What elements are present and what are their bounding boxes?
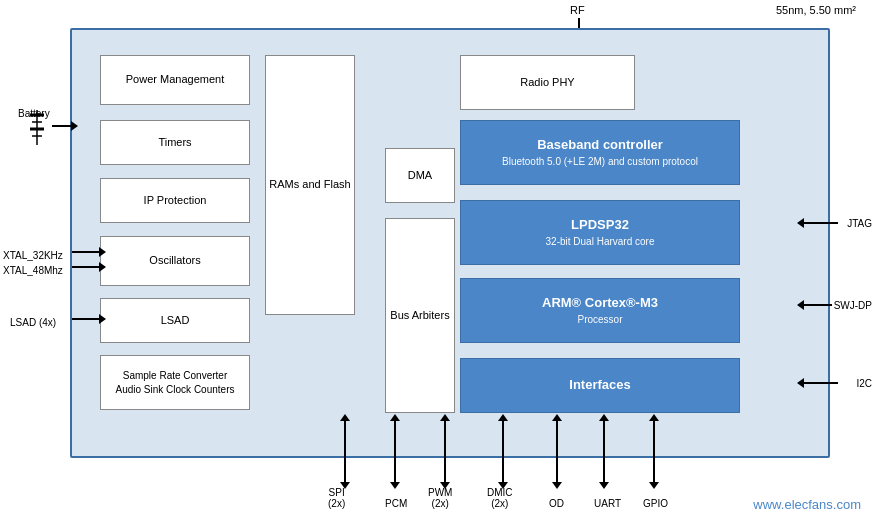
uart-arrow <box>603 458 605 483</box>
lsad-label: LSAD (4x) <box>10 316 56 328</box>
baseband-title: Baseband controller <box>537 136 663 154</box>
od-up-arrow <box>556 420 558 458</box>
swjdp-arrow <box>803 304 832 306</box>
pwm-arrow <box>444 458 446 483</box>
sample-rate-block: Sample Rate Converter Audio Sink Clock C… <box>100 355 250 410</box>
pcm-label: PCM <box>385 498 407 509</box>
bus-arbiters-block: Bus Arbiters <box>385 218 455 413</box>
spi-arrow <box>344 458 346 483</box>
i2c-label: I2C <box>856 378 872 389</box>
pwm-label: PWM(2x) <box>428 487 452 509</box>
spi-label: SPI(2x) <box>328 487 345 509</box>
pcm-up-arrow <box>394 420 396 458</box>
interfaces-block: Interfaces <box>460 358 740 413</box>
interfaces-title: Interfaces <box>569 376 630 394</box>
gpio-up-arrow <box>653 420 655 458</box>
battery-label: Battery <box>18 108 50 119</box>
ip-protection-block: IP Protection <box>100 178 250 223</box>
arm-subtitle: Processor <box>577 313 622 327</box>
baseband-subtitle: Bluetooth 5.0 (+LE 2M) and custom protoc… <box>502 155 698 169</box>
xtal-48-arrow <box>72 266 100 268</box>
uart-up-arrow <box>603 420 605 458</box>
rams-flash-block: RAMs and Flash <box>265 55 355 315</box>
watermark: www.elecfans.com <box>753 497 861 512</box>
gpio-arrow <box>653 458 655 483</box>
i2c-arrow <box>803 382 838 384</box>
arm-cortex-block: ARM® Cortex®-M3 Processor <box>460 278 740 343</box>
xtal-32-label: XTAL_32KHz <box>3 249 63 261</box>
swjdp-label: SWJ-DP <box>834 300 872 311</box>
battery-arrow <box>52 125 72 127</box>
jtag-label: JTAG <box>847 218 872 229</box>
spec-label: 55nm, 5.50 mm² <box>776 4 856 16</box>
dmic-arrow <box>502 458 504 483</box>
od-label: OD <box>549 498 564 509</box>
jtag-arrow <box>803 222 838 224</box>
timers-block: Timers <box>100 120 250 165</box>
xtal-32-arrow <box>72 251 100 253</box>
lpdsp32-title: LPDSP32 <box>571 216 629 234</box>
pwm-up-arrow <box>444 420 446 458</box>
pcm-arrow <box>394 458 396 483</box>
dma-block: DMA <box>385 148 455 203</box>
xtal-48-label: XTAL_48Mhz <box>3 264 63 276</box>
oscillators-block: Oscillators <box>100 236 250 286</box>
dmic-label: DMIC(2x) <box>487 487 513 509</box>
power-mgmt-block: Power Management <box>100 55 250 105</box>
lpdsp32-block: LPDSP32 32-bit Dual Harvard core <box>460 200 740 265</box>
lsad-arrow <box>72 318 100 320</box>
dmic-up-arrow <box>502 420 504 458</box>
baseband-block: Baseband controller Bluetooth 5.0 (+LE 2… <box>460 120 740 185</box>
diagram-container: 55nm, 5.50 mm² RF Power Management Timer… <box>0 0 876 524</box>
radio-phy-block: Radio PHY <box>460 55 635 110</box>
uart-label: UART <box>594 498 621 509</box>
spi-up-arrow <box>344 420 346 458</box>
lpdsp32-subtitle: 32-bit Dual Harvard core <box>546 235 655 249</box>
od-arrow <box>556 458 558 483</box>
gpio-label: GPIO <box>643 498 668 509</box>
arm-title: ARM® Cortex®-M3 <box>542 294 658 312</box>
rf-label: RF <box>570 4 585 16</box>
lsad-block: LSAD <box>100 298 250 343</box>
